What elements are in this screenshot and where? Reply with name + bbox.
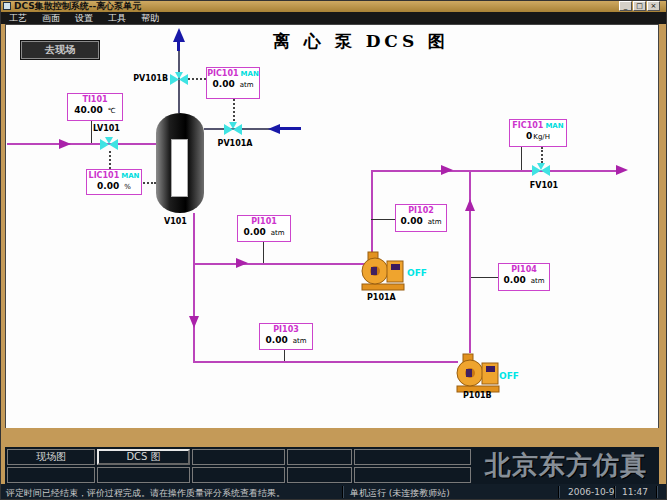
lic101-unit: % <box>124 183 131 191</box>
suction-a-flow-arrow <box>236 258 248 268</box>
menu-item-help[interactable]: 帮助 <box>141 12 159 24</box>
status-separator-3 <box>614 486 616 498</box>
instrument-pic101[interactable]: PIC101MAN 0.00atm <box>206 67 260 99</box>
header-flow-arrow <box>441 165 453 175</box>
status-time: 11:47 <box>622 487 648 497</box>
vent-flow-arrow <box>173 28 185 42</box>
conn-pi104 <box>471 277 498 278</box>
fic101-tag: FIC101 <box>512 121 543 130</box>
pi104-value: 0.00 <box>503 275 525 285</box>
instrument-ti101[interactable]: TI101 40.00℃ <box>67 93 123 121</box>
signal-pic101-pv101a <box>233 99 235 121</box>
go-field-button[interactable]: 去现场 <box>21 41 99 59</box>
fic101-value: 0 <box>526 131 532 141</box>
pi102-value: 0.00 <box>400 216 422 226</box>
tab-empty-8[interactable] <box>354 467 471 483</box>
app-icon <box>3 2 11 10</box>
signal-lic101-vessel <box>140 182 156 184</box>
pi101-tag: PI101 <box>251 217 277 226</box>
pic101-value: 0.00 <box>212 79 234 89</box>
pump-p101a-icon[interactable] <box>361 251 405 291</box>
menu-item-screens[interactable]: 画面 <box>42 12 60 24</box>
instrument-lic101[interactable]: LIC101MAN 0.00% <box>86 169 142 195</box>
pi103-tag: PI103 <box>273 325 299 334</box>
instrument-fic101[interactable]: FIC101MAN 0Kg/H <box>509 119 567 147</box>
tab-empty-4[interactable] <box>7 467 95 483</box>
valve-pv101a-icon[interactable] <box>224 122 242 136</box>
signal-pic101-pv101b <box>188 78 206 80</box>
title-bar[interactable]: DCS集散控制系统--离心泵单元 _ □ × <box>0 0 667 12</box>
conn-pi101 <box>263 242 264 263</box>
menu-item-settings[interactable]: 设置 <box>75 12 93 24</box>
riser-b-flow-arrow <box>465 199 475 211</box>
tab-empty-6[interactable] <box>192 467 285 483</box>
pipe-feed <box>7 143 156 145</box>
pi101-value: 0.00 <box>243 227 265 237</box>
pipe-p101b-suction <box>193 361 458 363</box>
menu-item-process[interactable]: 工艺 <box>9 12 27 24</box>
lic101-value: 0.00 <box>97 181 119 191</box>
valve-pv101b-icon[interactable] <box>170 72 188 86</box>
valve-lv101-icon[interactable] <box>100 137 118 151</box>
pic101-unit: atm <box>240 81 254 89</box>
valve-fv101-label: FV101 <box>524 181 564 190</box>
tab-empty-1[interactable] <box>192 449 285 465</box>
conn-ti101 <box>91 121 92 143</box>
minimize-button[interactable]: _ <box>619 1 632 11</box>
pump-p101a-label: P101A <box>367 293 396 302</box>
status-bar: 评定时间已经结束，评价过程完成。请在操作质量评分系统查看结果。 单机运行 (未连… <box>0 484 667 500</box>
pi102-unit: atm <box>428 218 442 226</box>
header-end-flow-arrow <box>616 165 628 175</box>
tab-dcs-view[interactable]: DCS 图 <box>97 449 190 465</box>
tab-empty-7[interactable] <box>287 467 352 483</box>
instrument-pi101[interactable]: PI101 0.00atm <box>237 215 291 242</box>
close-button[interactable]: × <box>647 1 660 11</box>
pi103-unit: atm <box>293 337 307 345</box>
instrument-pi103[interactable]: PI103 0.00atm <box>259 323 313 350</box>
pump-p101a-status: OFF <box>407 268 427 278</box>
status-separator-4 <box>656 486 658 498</box>
pi101-unit: atm <box>271 229 285 237</box>
valve-pv101b-label: PV101B <box>128 74 168 83</box>
pic101-tag: PIC101 <box>207 69 238 78</box>
menu-item-tools[interactable]: 工具 <box>108 12 126 24</box>
valve-pv101a-label: PV101A <box>212 139 258 148</box>
menu-bar: 工艺 画面 设置 工具 帮助 <box>0 12 667 24</box>
status-mode: 单机运行 (未连接教师站) <box>350 487 450 500</box>
dcs-canvas: 去现场 离 心 泵 DCS 图 PV101B PIC101MAN 0.00atm… <box>5 24 659 428</box>
maximize-button[interactable]: □ <box>633 1 646 11</box>
pump-p101b-status: OFF <box>499 371 519 381</box>
pipe-p101a-riser <box>371 170 373 253</box>
pipe-p101a-suction <box>193 263 369 265</box>
pi102-tag: PI102 <box>408 206 434 215</box>
pi104-tag: PI104 <box>511 265 537 274</box>
feed-flow-arrow <box>59 139 71 149</box>
tab-empty-2[interactable] <box>287 449 352 465</box>
bottom-tab-strip: 现场图 DCS 图 北京东方仿真 <box>5 447 659 484</box>
down-flow-arrow <box>189 316 199 328</box>
window-title: DCS集散控制系统--离心泵单元 <box>14 0 141 12</box>
signal-fic101-fv101 <box>541 147 543 163</box>
vessel-level-indicator <box>171 139 188 197</box>
ti101-tag: TI101 <box>82 95 107 104</box>
pump-p101b-icon[interactable] <box>456 353 500 393</box>
instrument-pi102[interactable]: PI102 0.00atm <box>395 204 447 232</box>
valve-fv101-icon[interactable] <box>532 163 550 177</box>
pump-p101b-label: P101B <box>463 391 492 400</box>
tab-empty-3[interactable] <box>354 449 471 465</box>
tab-field-view[interactable]: 现场图 <box>7 449 95 465</box>
ti101-unit: ℃ <box>108 107 116 115</box>
pipe-discharge-header <box>371 170 621 172</box>
tab-empty-5[interactable] <box>97 467 190 483</box>
pipe-vessel-bottom <box>193 213 195 361</box>
top-inlet-flow-shaft <box>280 127 301 130</box>
status-separator-1 <box>342 486 344 498</box>
fic101-unit: Kg/H <box>533 133 550 141</box>
ti101-value: 40.00 <box>74 105 102 115</box>
lic101-mode-badge: MAN <box>121 172 139 180</box>
signal-lic101-lv101 <box>109 151 111 169</box>
top-inlet-flow-arrow <box>268 124 280 134</box>
instrument-pi104[interactable]: PI104 0.00atm <box>498 263 550 291</box>
conn-pi103 <box>284 350 285 361</box>
pi104-unit: atm <box>531 277 545 285</box>
